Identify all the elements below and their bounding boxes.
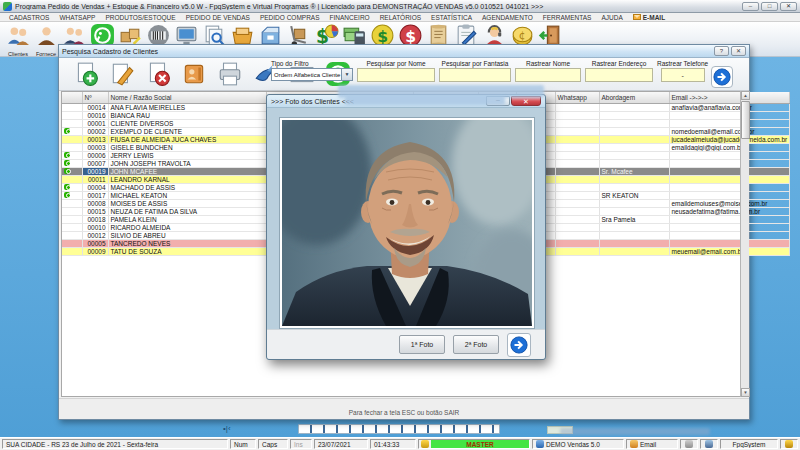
table-cell[interactable]: Sra Pamela — [599, 215, 669, 223]
menu-item-pedido-compras[interactable]: PEDIDO COMPRAS — [255, 14, 325, 21]
table-cell[interactable] — [555, 175, 599, 183]
filter-combobox[interactable]: Ordem Alfabetica Cliente ▼ — [271, 68, 353, 81]
table-cell[interactable] — [62, 135, 82, 143]
vertical-scrollbar[interactable]: ▲ ▼ — [740, 91, 749, 397]
menu-item-financeiro[interactable]: FINANCEIRO — [325, 14, 375, 21]
table-cell[interactable] — [62, 223, 82, 231]
search-input-rastrear-nome[interactable] — [515, 68, 581, 82]
table-cell[interactable]: 00005 — [82, 239, 108, 247]
table-cell[interactable] — [555, 111, 599, 119]
table-cell[interactable] — [669, 183, 789, 191]
close-button[interactable]: ✕ — [780, 2, 797, 11]
table-cell[interactable] — [62, 119, 82, 127]
table-cell[interactable] — [669, 111, 789, 119]
menu-item-relat-rios[interactable]: RELATÓRIOS — [375, 14, 426, 21]
table-cell[interactable] — [555, 183, 599, 191]
scroll-down-button[interactable]: ▼ — [741, 388, 750, 397]
table-cell[interactable]: Sr. Mcafee — [599, 167, 669, 175]
table-cell[interactable]: anaflavia@anaflavia.com.br — [669, 103, 789, 111]
table-cell[interactable] — [599, 111, 669, 119]
menu-item-ferramentas[interactable]: FERRAMENTAS — [538, 14, 597, 21]
table-cell[interactable] — [669, 191, 789, 199]
column-header-nome-raz-o-social[interactable]: Nome / Razão Social — [108, 92, 266, 103]
table-cell[interactable] — [555, 119, 599, 127]
table-cell[interactable] — [62, 159, 82, 167]
client-toolbar-add-button[interactable] — [73, 61, 99, 87]
scroll-up-button[interactable]: ▲ — [741, 91, 750, 100]
table-cell[interactable]: emaildagigi@gigi.com.br — [669, 143, 789, 151]
table-cell[interactable]: 00007 — [82, 159, 108, 167]
table-cell[interactable] — [555, 127, 599, 135]
first-photo-button[interactable]: 1ª Foto — [399, 335, 445, 354]
table-cell[interactable]: neusadefatima@fatima.com.br — [669, 207, 789, 215]
toolbar-button-clientes[interactable]: Clientes — [4, 23, 32, 57]
table-cell[interactable]: MICHAEL KEATON — [108, 191, 266, 199]
table-cell[interactable]: JOHN MCAFEE — [108, 167, 266, 175]
table-cell[interactable] — [599, 231, 669, 239]
table-cell[interactable]: 00006 — [82, 151, 108, 159]
search-input-rastrear-endere-o[interactable] — [585, 68, 653, 82]
search-go-button[interactable] — [711, 66, 733, 88]
table-cell[interactable]: EXEMPLO DE CLIENTE — [108, 127, 266, 135]
table-cell[interactable]: MOISES DE ASSIS — [108, 199, 266, 207]
column-header-n-[interactable]: Nº — [82, 92, 108, 103]
table-cell[interactable] — [555, 167, 599, 175]
table-cell[interactable] — [599, 207, 669, 215]
table-cell[interactable]: 00012 — [82, 231, 108, 239]
table-cell[interactable] — [555, 215, 599, 223]
client-window-titlebar[interactable]: Pesquisa Cadastro de Clientes ? ✕ — [59, 45, 749, 58]
table-cell[interactable]: FIUSA DE ALMEIDA JUCA CHAVES — [108, 135, 266, 143]
table-cell[interactable] — [555, 199, 599, 207]
menu-item-estat-stica[interactable]: ESTATÍSTICA — [426, 14, 477, 21]
table-cell[interactable]: meuemail@email.com.b — [669, 247, 789, 255]
table-cell[interactable]: MACHADO DE ASSIS — [108, 183, 266, 191]
menu-item-e-mail[interactable]: E-MAIL — [628, 14, 670, 21]
table-cell[interactable]: BIANCA RAU — [108, 111, 266, 119]
table-cell[interactable] — [62, 207, 82, 215]
status-email[interactable]: Email — [626, 439, 678, 449]
table-cell[interactable] — [599, 175, 669, 183]
column-header-whatsapp[interactable]: Whatsapp — [555, 92, 599, 103]
table-cell[interactable]: jucadealmeiuda@jucadealmeida.com.br — [669, 135, 789, 143]
table-cell[interactable]: TANCREDO NEVES — [108, 239, 266, 247]
menu-item-pedido-de-vendas[interactable]: PEDIDO DE VENDAS — [181, 14, 255, 21]
table-cell[interactable] — [62, 231, 82, 239]
table-cell[interactable] — [62, 151, 82, 159]
table-cell[interactable]: SILVIO DE ABREU — [108, 231, 266, 239]
table-cell[interactable] — [599, 183, 669, 191]
display-icon[interactable] — [700, 439, 718, 449]
table-cell[interactable] — [555, 247, 599, 255]
menu-item-whatsapp[interactable]: WHATSAPP — [54, 14, 100, 21]
table-cell[interactable]: 00013 — [82, 135, 108, 143]
table-cell[interactable]: NEUZA DE FATIMA DA SILVA — [108, 207, 266, 215]
table-cell[interactable] — [669, 159, 789, 167]
menu-item-ajuda[interactable]: AJUDA — [596, 14, 627, 21]
table-cell[interactable] — [62, 247, 82, 255]
printer-icon[interactable] — [680, 439, 698, 449]
table-cell[interactable]: RICARDO ALMEIDA — [108, 223, 266, 231]
table-cell[interactable] — [669, 231, 789, 239]
table-cell[interactable]: SR KEATON — [599, 191, 669, 199]
table-cell[interactable]: JOHN JOSEPH TRAVOLTA — [108, 159, 266, 167]
table-cell[interactable] — [555, 143, 599, 151]
help-button[interactable]: ? — [714, 46, 729, 56]
table-cell[interactable] — [62, 103, 82, 111]
table-cell[interactable] — [599, 143, 669, 151]
column-header-abordagem[interactable]: Abordagem — [599, 92, 669, 103]
table-cell[interactable] — [555, 239, 599, 247]
table-cell[interactable]: 00001 — [82, 119, 108, 127]
client-toolbar-contacts-button[interactable] — [181, 61, 207, 87]
chevron-down-icon[interactable]: ▼ — [341, 69, 352, 80]
table-cell[interactable] — [599, 223, 669, 231]
table-cell[interactable] — [62, 215, 82, 223]
client-window-close-button[interactable]: ✕ — [731, 46, 746, 56]
menu-item-produtos-estoque[interactable]: PRODUTOS/ESTOQUE — [100, 14, 180, 21]
table-cell[interactable] — [62, 167, 82, 175]
table-cell[interactable] — [555, 135, 599, 143]
minimize-button[interactable]: – — [742, 2, 759, 11]
table-cell[interactable]: 00015 — [82, 207, 108, 215]
table-cell[interactable]: 00016 — [82, 111, 108, 119]
table-cell[interactable] — [599, 199, 669, 207]
table-cell[interactable] — [555, 207, 599, 215]
search-input-rastrear-telefone[interactable] — [661, 68, 705, 82]
